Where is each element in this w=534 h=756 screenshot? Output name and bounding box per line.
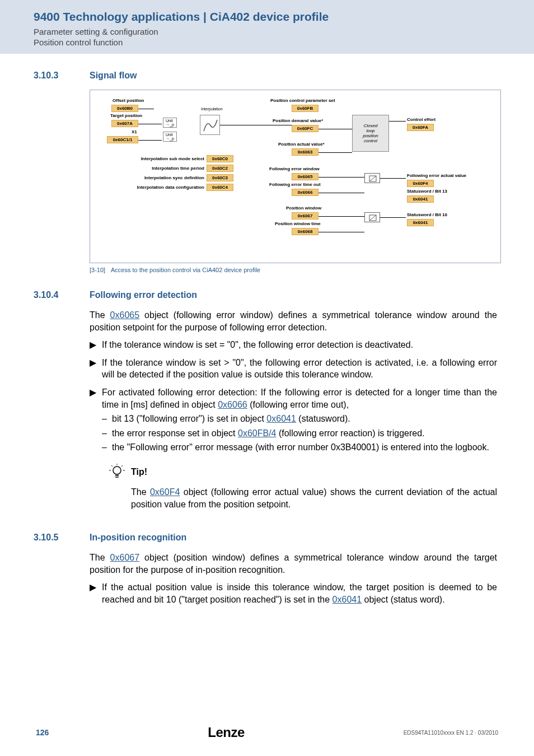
link-0x6066[interactable]: 0x6066 [218,400,247,409]
bullet-1: ▶ If the tolerance window is set = "0", … [90,339,497,351]
bullet-text: If the tolerance window is set = "0", th… [102,339,413,351]
svg-line-3 [369,215,376,221]
para-3-10-4-1: The 0x6065 object (following error windo… [90,309,497,333]
tip-body: The 0x60F4 object (following error actua… [131,486,497,510]
svg-point-4 [113,466,121,474]
link-0x6065[interactable]: 0x6065 [110,310,140,320]
label-x1: X1 [132,129,137,134]
bullet-text: For activated following error detection:… [102,386,497,410]
code-6067: 0x6067 [292,212,318,220]
caption-num: [3-10] [90,267,111,273]
bullet-mark: ▶ [90,357,102,381]
link-0x6041b[interactable]: 0x6041 [332,595,362,604]
diagram-wrapper: Offset position 0x60B0 Target position 0… [90,90,497,273]
label-target-position: Target position [110,113,142,118]
doc-sub1: Parameter setting & configuration [34,27,500,36]
code-60c0: 0x60C0 [207,155,233,162]
code-6041a: 0x6041 [407,195,434,203]
comparator-1 [364,173,380,183]
link-0x60f4[interactable]: 0x60F4 [150,487,180,497]
dash-mark: – [102,413,112,425]
label-few: Following error window [269,166,320,171]
header-bar: 9400 Technology applications | CiA402 de… [0,0,534,54]
label-interpolation: Interpolation [201,107,223,111]
label-isms: Interpolation sub mode select [115,156,204,161]
text-frag: object (position window) defines a symme… [90,553,497,575]
section-num: 3.10.5 [34,533,90,543]
label-itp: Interpolation time period [115,166,204,171]
section-num: 3.10.4 [34,290,90,300]
signal-flow-diagram: Offset position 0x60B0 Target position 0… [90,90,501,263]
label-pw: Position window [286,206,321,211]
label-sw10: Statusword / Bit 10 [407,212,447,217]
dash-text: the error response set in object 0x60FB/… [112,427,425,440]
bullet-text: If the actual position value is inside t… [102,581,497,605]
text-frag: object (status word). [362,595,445,604]
dash-mark: – [102,427,112,440]
code-607a: 0x607A [111,120,138,127]
text-frag: (following error reaction) is triggered. [277,428,425,438]
dash-text: the "Following error" error message (wit… [112,441,489,454]
bullet-3: ▶ For activated following error detectio… [90,386,497,410]
figure-caption: [3-10] Access to the position control vi… [90,267,497,273]
text-frag: the error response set in object [112,428,238,438]
text-frag: (following error time out), [247,400,349,409]
text-frag: bit 13 ("following error") is set in obj… [112,414,266,423]
section-num: 3.10.3 [34,71,90,81]
bullet-text: If the tolerance window is set > "0", th… [102,357,497,381]
tip-label: Tip! [131,467,147,477]
code-60fa: 0x60FA [407,124,434,131]
label-feto: Following error time out [269,182,321,187]
section-title: Signal flow [90,71,137,81]
label-pwt: Position window time [275,221,321,226]
closed-loop-text: Closedlooppositioncontrol [363,123,378,143]
text-frag: object (following error window) defines … [90,310,497,332]
code-60c1-1: 0x60C1/1 [107,136,138,143]
code-60fc: 0x60FC [292,125,318,132]
code-60f4: 0x60F4 [407,180,434,187]
code-6041b: 0x6041 [407,219,434,226]
label-sw13: Statusword / Bit 13 [407,189,447,194]
lenze-logo: Lenze [208,725,245,740]
interpolation-box [200,115,220,135]
doc-sub2: Position control function [34,38,500,47]
closed-loop-box: Closedlooppositioncontrol [352,115,389,152]
dash-mark: – [102,441,112,454]
section-title: In-position recognition [90,533,186,543]
page-number: 126 [36,728,49,737]
link-0x60fb-4[interactable]: 0x60FB/4 [238,428,276,438]
label-offset-position: Offset position [113,98,144,103]
comparator-2 [364,212,380,222]
label-pcps: Position control parameter set [270,98,335,103]
link-0x6041[interactable]: 0x6041 [266,414,296,423]
code-60c2: 0x60C2 [207,165,233,172]
bullet-mark: ▶ [90,386,102,410]
bullet-2: ▶ If the tolerance window is set > "0", … [90,357,497,381]
section-title: Following error detection [90,290,197,300]
label-pdv: Position demand value* [273,118,323,123]
para-3-10-5-1: The 0x6067 object (position window) defi… [90,552,497,576]
dash-text: bit 13 ("following error") is set in obj… [112,413,350,425]
svg-line-10 [111,465,113,466]
caption-text: Access to the position control via CiA40… [111,267,260,273]
section-3-10-4-heading: 3.10.4 Following error detection [34,290,497,300]
label-isd: Interpolation sync definition [115,175,204,180]
code-6066: 0x6066 [292,189,318,196]
code-60c4: 0x60C4 [207,184,233,191]
footer: 126 Lenze EDS94TA11010xxxx EN 1.2 · 03/2… [0,725,534,740]
text-frag: object (following error actual value) sh… [131,487,497,509]
section-3-10-3-heading: 3.10.3 Signal flow [34,71,497,81]
doc-code: EDS94TA11010xxxx EN 1.2 · 03/2010 [404,730,498,736]
label-control-effort: Control effort [407,117,435,122]
lightbulb-icon [109,464,125,480]
dash-2: – the error response set in object 0x60F… [102,427,497,440]
link-0x6067[interactable]: 0x6067 [110,553,140,562]
label-idc: Interpolation data configuration [115,185,204,190]
bullet-mark: ▶ [90,339,102,351]
label-feav: Following error actual value [407,173,466,178]
code-6068: 0x6068 [292,228,318,235]
svg-line-11 [121,465,123,466]
content-area: 3.10.3 Signal flow Offset position 0x60B… [0,71,534,606]
unit-p-box-2: Unit→_p [163,132,177,142]
section-3-10-5-heading: 3.10.5 In-position recognition [34,533,497,543]
